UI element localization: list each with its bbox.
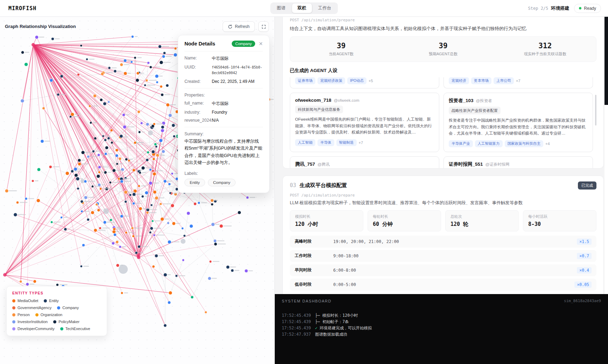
graph-node[interactable] (89, 105, 91, 107)
graph-node[interactable] (96, 203, 98, 206)
graph-node[interactable] (159, 203, 162, 205)
graph-node[interactable] (120, 180, 123, 183)
graph-node[interactable] (87, 155, 90, 158)
graph-node[interactable] (214, 243, 217, 246)
graph-node[interactable] (91, 211, 94, 214)
graph-node[interactable] (87, 218, 90, 221)
graph-node[interactable] (145, 191, 148, 194)
graph-node[interactable] (98, 171, 100, 173)
graph-node[interactable] (147, 62, 149, 64)
graph-node[interactable] (158, 45, 161, 48)
graph-node[interactable] (211, 223, 215, 226)
graph-node[interactable] (146, 123, 149, 126)
graph-node[interactable] (161, 93, 163, 96)
graph-node[interactable] (24, 63, 28, 66)
graph-node[interactable] (5, 189, 8, 193)
graph-node[interactable] (209, 260, 212, 263)
graph-node[interactable] (150, 227, 153, 230)
graph-node[interactable] (90, 122, 92, 124)
graph-node[interactable] (163, 324, 167, 327)
graph-node[interactable] (160, 85, 163, 88)
agent-card-partial[interactable]: 宏观经济资本市场上市公司+7 (443, 77, 593, 88)
graph-node[interactable] (161, 129, 164, 132)
graph-node[interactable] (153, 234, 156, 236)
graph-node[interactable] (42, 107, 45, 110)
topic-tag[interactable]: 人工智能算力 (475, 140, 503, 147)
graph-node[interactable] (50, 221, 53, 223)
graph-node[interactable] (174, 53, 177, 57)
graph-node[interactable] (154, 143, 157, 146)
graph-node[interactable] (146, 158, 149, 161)
graph-node[interactable] (91, 185, 94, 188)
graph-node[interactable] (14, 213, 17, 216)
graph-node[interactable] (183, 235, 186, 237)
graph-node[interactable] (37, 168, 41, 171)
graph-node[interactable] (119, 245, 121, 248)
graph-node[interactable] (80, 44, 83, 47)
graph-node[interactable] (71, 113, 74, 116)
graph-node[interactable] (99, 227, 101, 229)
graph-node[interactable] (160, 217, 164, 221)
graph-node[interactable] (110, 129, 113, 132)
graph-node[interactable] (124, 191, 127, 194)
graph-node[interactable] (81, 151, 85, 154)
graph-node[interactable] (86, 58, 88, 60)
graph-node[interactable] (16, 201, 19, 204)
graph-node[interactable] (205, 311, 207, 314)
graph-node[interactable] (64, 228, 67, 231)
graph-node[interactable] (153, 191, 156, 194)
graph-node[interactable] (102, 135, 104, 137)
graph-node[interactable] (155, 74, 159, 78)
fullscreen-button[interactable] (258, 21, 269, 32)
graph-node[interactable] (129, 194, 132, 196)
graph-node[interactable] (124, 72, 127, 75)
graph-node[interactable] (134, 141, 137, 144)
graph-node[interactable] (78, 162, 81, 165)
node-label-pill[interactable]: Company (208, 179, 236, 186)
graph-node[interactable] (198, 202, 200, 204)
graph-node[interactable] (137, 110, 140, 113)
graph-node[interactable] (49, 165, 52, 168)
topic-tag[interactable]: 人工智能 (295, 139, 315, 146)
graph-node[interactable] (132, 193, 136, 196)
topic-tag[interactable]: 宏观经济 (449, 77, 469, 84)
graph-node[interactable] (219, 224, 223, 228)
topic-tag[interactable]: 证券市场 (295, 77, 315, 84)
graph-node[interactable] (246, 196, 249, 199)
graph-node[interactable] (107, 137, 110, 140)
graph-node[interactable] (153, 172, 156, 176)
graph-node[interactable] (82, 244, 85, 247)
graph-node[interactable] (149, 231, 152, 234)
graph-node[interactable] (159, 139, 162, 142)
graph-node[interactable] (160, 60, 163, 64)
graph-node[interactable] (194, 202, 196, 205)
agent-card[interactable]: 投资者_103 @投资者 战略性新兴产业投资者配置 投资者是专注于中国战略性新兴… (443, 93, 593, 152)
topic-tag[interactable]: 半导体产业 (449, 140, 473, 147)
graph-node[interactable] (181, 227, 184, 230)
graph-node[interactable] (138, 245, 140, 248)
graph-node[interactable] (173, 135, 175, 137)
graph-node[interactable] (131, 227, 134, 230)
graph-node[interactable] (132, 169, 135, 172)
graph-node[interactable] (171, 204, 174, 207)
view-tab[interactable]: 工作台 (313, 3, 337, 13)
agent-card[interactable]: 证券时报网_551 @证券时报网 财经新闻与行业研究媒体机构 证券时报网（stc… (443, 156, 593, 168)
node-label-pill[interactable]: Entity (184, 179, 205, 186)
graph-node[interactable] (139, 171, 141, 174)
close-icon[interactable]: ✕ (259, 41, 263, 46)
graph-node[interactable] (123, 125, 126, 129)
agent-card[interactable]: ofweekcom_718 @ofweek.com 科技新闻与产业信息服务 OF… (290, 93, 439, 152)
graph-node[interactable] (189, 224, 193, 228)
graph-node[interactable] (21, 51, 24, 54)
graph-node[interactable] (153, 158, 155, 160)
graph-node[interactable] (103, 221, 106, 224)
graph-node[interactable] (57, 93, 60, 96)
graph-node[interactable] (109, 181, 112, 184)
graph-node[interactable] (151, 124, 154, 128)
graph-node[interactable] (125, 158, 128, 161)
graph-node[interactable] (71, 170, 74, 173)
graph-node[interactable] (146, 211, 149, 214)
graph-node[interactable] (187, 212, 190, 215)
agent-card-partial[interactable]: 证券市场宏观经济政策IPO动态+5 (290, 77, 439, 88)
graph-node[interactable] (156, 81, 159, 84)
